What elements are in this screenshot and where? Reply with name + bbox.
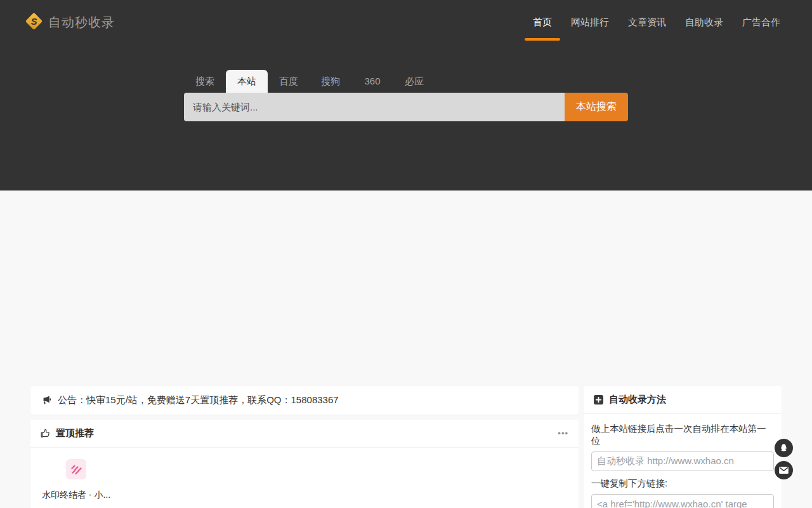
envelope-icon xyxy=(779,467,789,474)
main-content: 公告：快审15元/站，免费赠送7天置顶推荐，联系QQ：158083367 置顶推… xyxy=(30,386,782,508)
thumbs-up-icon xyxy=(41,429,50,438)
top-recommend-title: 置顶推荐 xyxy=(56,427,94,439)
tab-sogou[interactable]: 搜狗 xyxy=(310,70,351,93)
tab-360[interactable]: 360 xyxy=(351,70,393,93)
nav-item-ad-cooperation[interactable]: 广告合作 xyxy=(742,0,780,44)
auto-include-card: 自动收录方法 做上本站链接后点击一次自动排在本站第一位 一键复制下方链接: 使用… xyxy=(584,386,782,508)
logo-icon: S xyxy=(24,11,44,34)
announcement-text: 公告：快审15元/站，免费赠送7天置顶推荐，联系QQ：158083367 xyxy=(58,394,339,406)
auto-include-header: 自动收录方法 xyxy=(584,386,782,414)
hero-section: S 自动秒收录 首页 网站排行 文章资讯 自助收录 广告合作 搜索 本站 百度 … xyxy=(0,0,812,190)
main-nav: 首页 网站排行 文章资讯 自助收录 广告合作 xyxy=(533,0,780,44)
nav-item-site-ranking[interactable]: 网站排行 xyxy=(571,0,609,44)
more-icon[interactable]: ••• xyxy=(558,429,568,438)
logo[interactable]: S 自动秒收录 xyxy=(24,11,115,34)
search-bar: 本站搜索 xyxy=(184,93,628,121)
top-navigation-bar: S 自动秒收录 首页 网站排行 文章资讯 自助收录 广告合作 xyxy=(0,0,812,44)
nav-item-home[interactable]: 首页 xyxy=(533,0,552,44)
auto-include-instruction-2: 一键复制下方链接: xyxy=(591,478,774,490)
tab-baidu[interactable]: 百度 xyxy=(268,70,310,93)
site-link-input[interactable] xyxy=(591,451,774,471)
tab-this-site[interactable]: 本站 xyxy=(226,70,268,93)
left-column: 公告：快审15元/站，免费赠送7天置顶推荐，联系QQ：158083367 置顶推… xyxy=(30,386,579,508)
nav-item-articles[interactable]: 文章资讯 xyxy=(628,0,666,44)
top-recommend-body: 水印终结者 - 小... xyxy=(30,448,579,508)
tab-bing[interactable]: 必应 xyxy=(393,70,435,93)
site-title: 水印终结者 - 小... xyxy=(42,490,110,501)
qq-penguin-icon xyxy=(779,443,789,453)
site-item[interactable]: 水印终结者 - 小... xyxy=(41,459,112,501)
right-column: 自动收录方法 做上本站链接后点击一次自动排在本站第一位 一键复制下方链接: 使用… xyxy=(584,386,782,508)
auto-include-instruction-1: 做上本站链接后点击一次自动排在本站第一位 xyxy=(591,423,774,447)
announcement-bar: 公告：快审15元/站，免费赠送7天置顶推荐，联系QQ：158083367 xyxy=(30,386,579,415)
tab-search-label[interactable]: 搜索 xyxy=(184,70,226,93)
copy-link-input[interactable] xyxy=(591,494,774,508)
email-contact-button[interactable] xyxy=(775,461,793,479)
qq-contact-button[interactable] xyxy=(775,439,793,457)
auto-include-title: 自动收录方法 xyxy=(609,394,666,406)
search-engine-tabs: 搜索 本站 百度 搜狗 360 必应 xyxy=(184,70,628,93)
plus-square-icon xyxy=(594,395,603,404)
search-area: 搜索 本站 百度 搜狗 360 必应 本站搜索 xyxy=(184,70,628,121)
nav-item-self-submit[interactable]: 自助收录 xyxy=(685,0,723,44)
svg-text:S: S xyxy=(31,16,37,26)
auto-include-body: 做上本站链接后点击一次自动排在本站第一位 一键复制下方链接: 使用https:/… xyxy=(584,414,782,508)
site-favicon xyxy=(66,459,86,479)
logo-text: 自动秒收录 xyxy=(48,14,115,31)
megaphone-icon xyxy=(41,396,51,405)
floating-buttons xyxy=(775,439,793,479)
search-input[interactable] xyxy=(184,93,565,121)
top-recommend-card: 置顶推荐 ••• 水印终结者 - 小... xyxy=(30,420,579,508)
top-recommend-header: 置顶推荐 ••• xyxy=(30,420,579,448)
search-button[interactable]: 本站搜索 xyxy=(565,93,628,121)
